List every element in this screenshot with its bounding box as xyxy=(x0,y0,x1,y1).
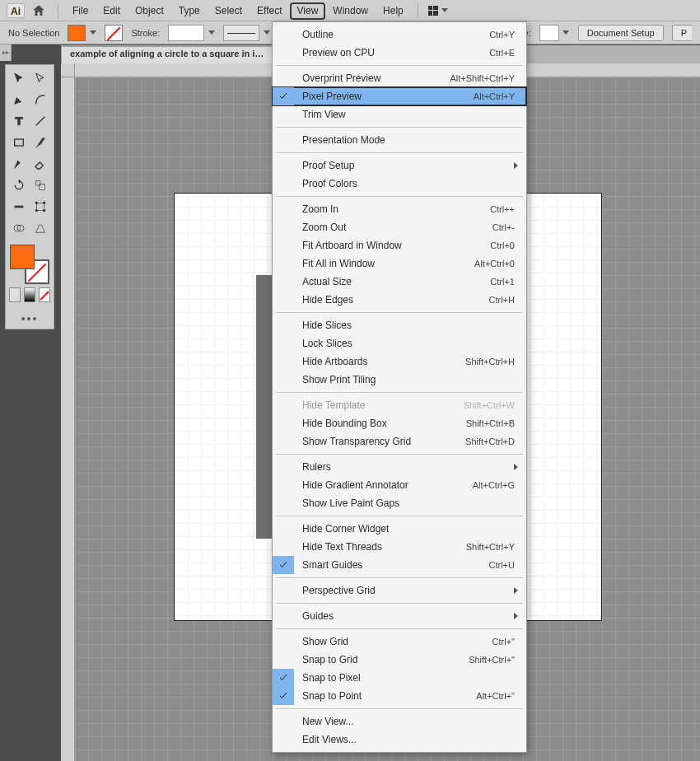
menu-object[interactable]: Object xyxy=(128,2,171,20)
menu-select[interactable]: Select xyxy=(208,2,250,20)
menu-item-zoom-in[interactable]: Zoom InCtrl++ xyxy=(273,200,526,218)
menu-item-hide-slices[interactable]: Hide Slices xyxy=(273,316,526,334)
menu-shortcut: Ctrl+E xyxy=(489,48,515,58)
menu-item-hide-corner-widget[interactable]: Hide Corner Widget xyxy=(273,520,526,538)
chevron-down-icon xyxy=(441,8,448,12)
tool-shaper[interactable] xyxy=(9,154,29,174)
menu-item-smart-guides[interactable]: Smart GuidesCtrl+U xyxy=(273,556,526,574)
menu-item-edit-views[interactable]: Edit Views... xyxy=(273,731,526,749)
menu-item-hide-gradient-annotator[interactable]: Hide Gradient AnnotatorAlt+Ctrl+G xyxy=(273,476,526,494)
submenu-arrow-icon xyxy=(514,613,518,619)
menu-item-preview-on-cpu[interactable]: Preview on CPUCtrl+E xyxy=(273,44,526,62)
svg-rect-1 xyxy=(36,181,40,185)
tool-perspective[interactable] xyxy=(30,218,50,238)
svg-rect-0 xyxy=(15,139,24,146)
menu-item-zoom-out[interactable]: Zoom OutCtrl+- xyxy=(273,218,526,236)
menu-separator xyxy=(276,392,523,393)
menu-item-rulers[interactable]: Rulers xyxy=(273,458,526,476)
stroke-weight-field[interactable] xyxy=(168,25,215,41)
color-mode-button[interactable] xyxy=(9,287,21,302)
menu-item-overprint-preview[interactable]: Overprint PreviewAlt+Shift+Ctrl+Y xyxy=(273,69,526,87)
menubar: Ai FileEditObjectTypeSelectEffectViewWin… xyxy=(0,0,700,21)
menu-shortcut: Alt+Shift+Ctrl+Y xyxy=(450,73,515,83)
menu-shortcut: Alt+Ctrl+Y xyxy=(474,91,515,101)
selection-status: No Selection xyxy=(8,28,59,38)
menu-item-guides[interactable]: Guides xyxy=(273,607,526,625)
menu-shortcut: Ctrl++ xyxy=(490,204,515,214)
tool-free-transform[interactable] xyxy=(30,197,50,217)
graphic-style-field[interactable] xyxy=(539,25,570,41)
menu-shortcut: Alt+Ctrl+0 xyxy=(474,259,515,268)
menu-effect[interactable]: Effect xyxy=(250,2,289,20)
menu-separator xyxy=(276,577,523,578)
tool-type[interactable] xyxy=(9,111,29,131)
ai-logo: Ai xyxy=(7,3,25,18)
menu-item-show-grid[interactable]: Show GridCtrl+" xyxy=(273,633,526,651)
menu-shortcut: Shift+Ctrl+D xyxy=(465,437,515,446)
tool-scale[interactable] xyxy=(30,175,50,195)
menu-type[interactable]: Type xyxy=(171,2,208,20)
menu-item-show-live-paint-gaps[interactable]: Show Live Paint Gaps xyxy=(273,494,526,512)
menu-item-presentation-mode[interactable]: Presentation Mode xyxy=(273,131,526,149)
edit-toolbar-button[interactable]: ••• xyxy=(9,312,50,325)
ruler-origin[interactable] xyxy=(61,63,75,77)
menu-item-trim-view[interactable]: Trim View xyxy=(273,105,526,124)
menu-item-perspective-grid[interactable]: Perspective Grid xyxy=(273,581,526,600)
menu-item-snap-to-pixel[interactable]: Snap to Pixel xyxy=(273,669,526,687)
menu-shortcut: Ctrl+1 xyxy=(490,277,515,287)
tool-rotate[interactable] xyxy=(9,175,29,195)
menu-window[interactable]: Window xyxy=(325,2,376,20)
dock-collapse-handle[interactable]: ▸▸ xyxy=(0,44,12,61)
menu-item-hide-artboards[interactable]: Hide ArtboardsShift+Ctrl+H xyxy=(273,352,526,371)
menu-item-hide-text-threads[interactable]: Hide Text ThreadsShift+Ctrl+Y xyxy=(273,538,526,556)
menu-item-show-transparency-grid[interactable]: Show Transparency GridShift+Ctrl+D xyxy=(273,432,526,451)
stroke-swatch-none[interactable] xyxy=(105,25,123,41)
menu-item-proof-setup[interactable]: Proof Setup xyxy=(273,156,526,175)
check-icon xyxy=(273,669,294,687)
none-mode-button[interactable] xyxy=(39,287,50,302)
menu-item-hide-edges[interactable]: Hide EdgesCtrl+H xyxy=(273,291,526,309)
tool-eraser[interactable] xyxy=(30,154,50,174)
menu-item-actual-size[interactable]: Actual SizeCtrl+1 xyxy=(273,273,526,291)
workspace-switcher[interactable] xyxy=(428,6,448,16)
menu-item-new-view[interactable]: New View... xyxy=(273,712,526,731)
home-icon[interactable] xyxy=(31,3,46,18)
menu-item-fit-artboard-in-window[interactable]: Fit Artboard in WindowCtrl+0 xyxy=(273,236,526,254)
menu-item-outline[interactable]: OutlineCtrl+Y xyxy=(273,26,526,44)
tool-paintbrush[interactable] xyxy=(30,133,50,152)
tool-direct-selection[interactable] xyxy=(30,68,50,88)
menu-item-fit-all-in-window[interactable]: Fit All in WindowAlt+Ctrl+0 xyxy=(273,254,526,273)
menu-item-snap-to-point[interactable]: Snap to PointAlt+Ctrl+" xyxy=(273,687,526,705)
tool-rectangle[interactable] xyxy=(9,133,29,152)
menu-item-hide-bounding-box[interactable]: Hide Bounding BoxShift+Ctrl+B xyxy=(273,414,526,432)
menu-view[interactable]: View xyxy=(290,2,326,20)
menu-item-pixel-preview[interactable]: Pixel PreviewAlt+Ctrl+Y xyxy=(273,87,526,105)
tool-selection[interactable] xyxy=(9,68,29,88)
tool-curvature[interactable] xyxy=(30,90,50,110)
fill-indicator[interactable] xyxy=(10,245,35,269)
fill-swatch[interactable] xyxy=(68,25,96,41)
gradient-mode-button[interactable] xyxy=(24,287,35,302)
menu-item-snap-to-grid[interactable]: Snap to GridShift+Ctrl+" xyxy=(273,651,526,669)
svg-point-4 xyxy=(35,202,38,204)
vertical-ruler[interactable] xyxy=(61,63,75,761)
menu-file[interactable]: File xyxy=(65,2,96,20)
tool-pen[interactable] xyxy=(9,90,29,110)
stroke-profile-field[interactable] xyxy=(223,25,270,41)
tool-width[interactable] xyxy=(9,197,29,217)
menu-help[interactable]: Help xyxy=(376,2,411,20)
fill-stroke-indicator[interactable] xyxy=(10,245,49,284)
fill-color-swatch[interactable] xyxy=(68,25,86,41)
preferences-button[interactable]: P xyxy=(672,25,692,41)
menu-shortcut: Shift+Ctrl+W xyxy=(464,400,515,410)
menu-edit[interactable]: Edit xyxy=(96,2,128,20)
document-setup-button[interactable]: Document Setup xyxy=(578,25,664,41)
menu-item-proof-colors[interactable]: Proof Colors xyxy=(273,175,526,193)
menu-item-lock-slices[interactable]: Lock Slices xyxy=(273,334,526,352)
tool-shape-builder[interactable] xyxy=(9,218,29,238)
menu-shortcut: Alt+Ctrl+" xyxy=(476,691,515,701)
document-tab[interactable]: example of aligning a circle to a square… xyxy=(61,46,275,63)
tool-line[interactable] xyxy=(30,111,50,131)
menu-item-show-print-tiling[interactable]: Show Print Tiling xyxy=(273,371,526,389)
menu-separator xyxy=(276,312,523,313)
